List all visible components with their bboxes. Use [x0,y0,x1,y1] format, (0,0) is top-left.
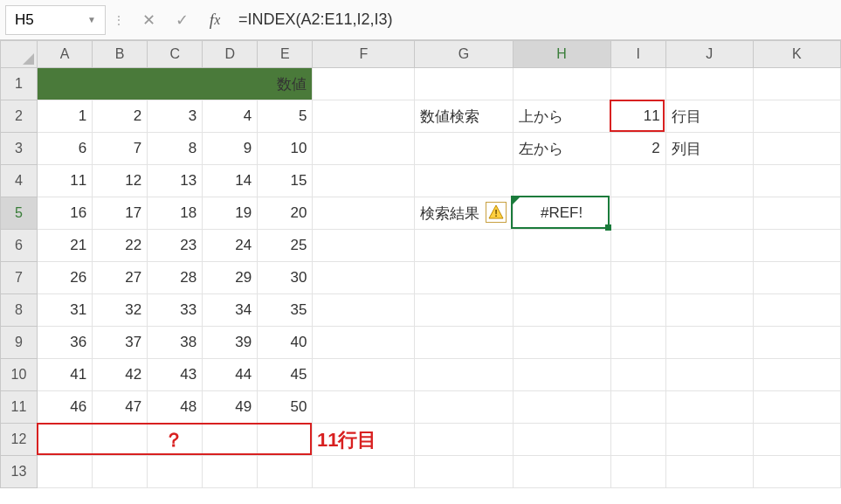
column-header-I[interactable]: I [610,41,665,68]
cell-E11[interactable]: 50 [258,391,313,424]
cell-F2[interactable] [313,100,415,133]
cell-F9[interactable] [313,327,415,359]
cell-K1[interactable] [753,68,840,100]
cell-I6[interactable] [610,230,665,262]
cell-D7[interactable]: 29 [203,262,258,294]
cell-E7[interactable]: 30 [258,262,313,294]
cell-K8[interactable] [753,294,840,327]
cell-F1[interactable] [313,68,415,100]
cell-C9[interactable]: 38 [148,327,203,359]
cell-J11[interactable] [665,391,753,424]
cell-K11[interactable] [753,391,840,424]
cell-J1[interactable] [665,68,753,100]
cell-H5[interactable]: #REF! [513,197,610,230]
cell-E12[interactable] [258,424,313,456]
cell-I10[interactable] [610,359,665,391]
cell-K4[interactable] [753,165,840,197]
cell-A3[interactable]: 6 [38,133,93,165]
cell-H2[interactable]: 上から [513,100,610,133]
cell-B4[interactable]: 12 [93,165,148,197]
column-header-F[interactable]: F [313,41,415,68]
cell-A5[interactable]: 16 [38,197,93,230]
cell-E5[interactable]: 20 [258,197,313,230]
cell-J6[interactable] [665,230,753,262]
cell-E8[interactable]: 35 [258,294,313,327]
column-header-A[interactable]: A [38,41,93,68]
cell-E3[interactable]: 10 [258,133,313,165]
cell-F8[interactable] [313,294,415,327]
cell-A8[interactable]: 31 [38,294,93,327]
column-header-K[interactable]: K [753,41,840,68]
cell-F3[interactable] [313,133,415,165]
cell-F6[interactable] [313,230,415,262]
row-header-13[interactable]: 13 [1,456,38,488]
cell-C11[interactable]: 48 [148,391,203,424]
cell-D8[interactable]: 34 [203,294,258,327]
cell-I9[interactable] [610,327,665,359]
cell-H1[interactable] [513,68,610,100]
cell-H4[interactable] [513,165,610,197]
row-header-2[interactable]: 2 [1,100,38,133]
cell-H13[interactable] [513,456,610,488]
row-header-5[interactable]: 5 [1,197,38,230]
cell-C13[interactable] [148,456,203,488]
cell-E6[interactable]: 25 [258,230,313,262]
cell-K5[interactable] [753,197,840,230]
cell-J3[interactable]: 列目 [665,133,753,165]
error-smarttag-icon[interactable]: ! [486,202,507,223]
cell-D3[interactable]: 9 [203,133,258,165]
cell-C3[interactable]: 8 [148,133,203,165]
cell-G9[interactable] [415,327,513,359]
column-header-D[interactable]: D [203,41,258,68]
cell-H6[interactable] [513,230,610,262]
cell-J13[interactable] [665,456,753,488]
row-header-9[interactable]: 9 [1,327,38,359]
cell-A13[interactable] [38,456,93,488]
cell-I13[interactable] [610,456,665,488]
cell-I7[interactable] [610,262,665,294]
cell-A4[interactable]: 11 [38,165,93,197]
cell-A12[interactable] [38,424,93,456]
cell-D4[interactable]: 14 [203,165,258,197]
cell-K10[interactable] [753,359,840,391]
cell-K12[interactable] [753,424,840,456]
worksheet-area[interactable]: ABCDEFGHIJK 1数値212345数値検索上から11行目3678910左… [0,40,841,504]
row-header-10[interactable]: 10 [1,359,38,391]
cell-F11[interactable] [313,391,415,424]
cell-A2[interactable]: 1 [38,100,93,133]
cell-K13[interactable] [753,456,840,488]
cell-F7[interactable] [313,262,415,294]
cell-D10[interactable]: 44 [203,359,258,391]
cell-G1[interactable] [415,68,513,100]
cell-G3[interactable] [415,133,513,165]
cell-A6[interactable]: 21 [38,230,93,262]
row-header-3[interactable]: 3 [1,133,38,165]
row-header-7[interactable]: 7 [1,262,38,294]
cell-C7[interactable]: 28 [148,262,203,294]
cell-H9[interactable] [513,327,610,359]
cell-J7[interactable] [665,262,753,294]
cell-J12[interactable] [665,424,753,456]
cell-G4[interactable] [415,165,513,197]
cell-B8[interactable]: 32 [93,294,148,327]
cell-C8[interactable]: 33 [148,294,203,327]
cell-H3[interactable]: 左から [513,133,610,165]
column-header-E[interactable]: E [258,41,313,68]
select-all-corner[interactable] [1,41,38,68]
column-header-B[interactable]: B [93,41,148,68]
cell-B9[interactable]: 37 [93,327,148,359]
cell-C10[interactable]: 43 [148,359,203,391]
row-header-6[interactable]: 6 [1,230,38,262]
name-box-dropdown-icon[interactable]: ▼ [87,15,96,24]
cell-A11[interactable]: 46 [38,391,93,424]
cell-F5[interactable] [313,197,415,230]
cell-B5[interactable]: 17 [93,197,148,230]
cell-H8[interactable] [513,294,610,327]
row-header-8[interactable]: 8 [1,294,38,327]
row-header-12[interactable]: 12 [1,424,38,456]
cell-E2[interactable]: 5 [258,100,313,133]
cell-I5[interactable] [610,197,665,230]
cell-E4[interactable]: 15 [258,165,313,197]
cell-F13[interactable] [313,456,415,488]
cell-A9[interactable]: 36 [38,327,93,359]
